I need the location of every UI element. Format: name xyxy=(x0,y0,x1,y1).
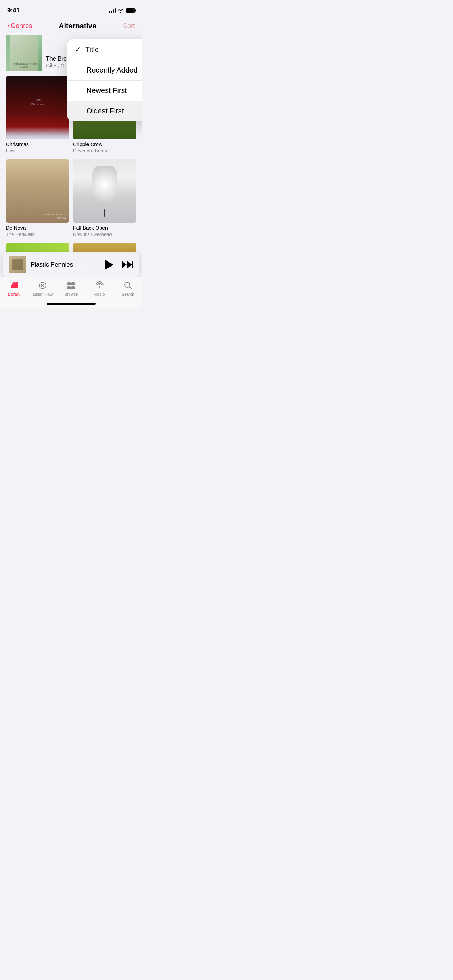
svg-rect-23 xyxy=(72,282,75,285)
listen-now-icon xyxy=(38,280,48,291)
search-icon xyxy=(123,280,133,291)
tab-search[interactable]: Search xyxy=(114,280,142,296)
sort-option-recently-added[interactable]: Recently Added xyxy=(67,60,142,81)
sort-option-newest-first[interactable]: Newest First xyxy=(67,81,142,101)
browse-icon xyxy=(66,280,76,291)
tab-listen-now[interactable]: Listen Now xyxy=(29,280,57,296)
tab-listen-now-label: Listen Now xyxy=(33,292,53,296)
sort-oldest-first-label: Oldest First xyxy=(86,107,124,115)
tab-library[interactable]: Library xyxy=(0,280,29,296)
dropdown-overlay[interactable]: ✓ Title Recently Added Newest First Olde… xyxy=(0,0,142,308)
library-icon xyxy=(9,280,19,291)
home-indicator xyxy=(47,303,96,305)
tab-radio-label: Radio xyxy=(94,292,105,296)
tab-search-label: Search xyxy=(122,292,135,296)
sort-recently-added-label: Recently Added xyxy=(86,66,137,75)
svg-point-21 xyxy=(42,285,43,286)
svg-rect-25 xyxy=(72,286,75,290)
radio-icon xyxy=(94,280,105,291)
svg-rect-17 xyxy=(16,282,18,288)
svg-rect-22 xyxy=(67,282,71,285)
tab-library-label: Library xyxy=(8,292,21,296)
tab-browse[interactable]: Browse xyxy=(57,280,85,296)
sort-option-title[interactable]: ✓ Title xyxy=(67,40,142,60)
sort-newest-first-label: Newest First xyxy=(86,86,127,95)
svg-point-18 xyxy=(11,283,13,285)
svg-rect-16 xyxy=(13,282,16,288)
sort-option-oldest-first[interactable]: Oldest First xyxy=(67,101,142,121)
checkmark-icon: ✓ xyxy=(75,45,81,54)
sort-dropdown-menu: ✓ Title Recently Added Newest First Olde… xyxy=(67,40,142,121)
svg-point-26 xyxy=(99,286,100,288)
tab-browse-label: Browse xyxy=(65,292,78,296)
svg-rect-24 xyxy=(67,286,71,290)
svg-line-28 xyxy=(129,287,132,290)
sort-title-label: Title xyxy=(85,46,99,54)
tab-radio[interactable]: Radio xyxy=(85,280,114,296)
